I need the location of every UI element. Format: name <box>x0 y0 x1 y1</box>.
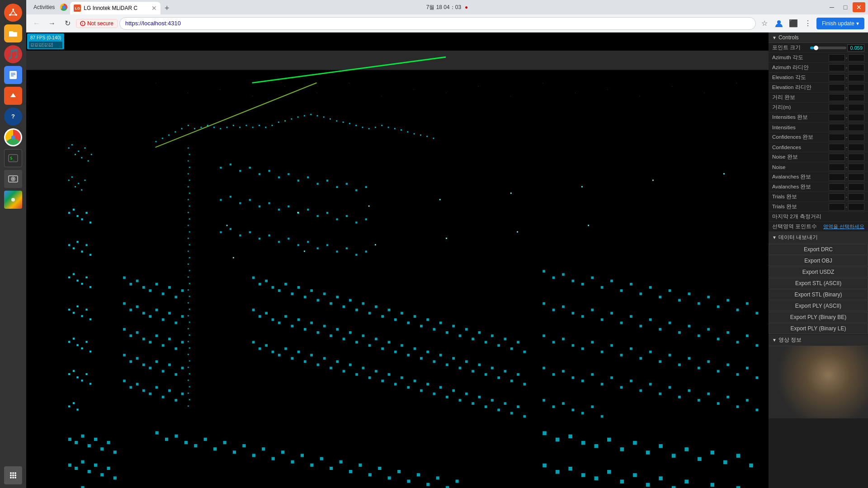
svg-rect-291 <box>362 302 364 305</box>
finish-update-button[interactable]: Finish update ▾ <box>816 18 864 29</box>
point-size-slider[interactable] <box>810 47 846 49</box>
range-min-14[interactable] <box>829 183 845 191</box>
range-min-1[interactable] <box>829 54 845 61</box>
range-max-6[interactable] <box>848 104 864 111</box>
export-btn-export-stl--binary-[interactable]: Export STL (Binary) <box>769 289 868 300</box>
point-size-value[interactable] <box>847 44 864 52</box>
range-min-13[interactable] <box>829 174 845 181</box>
select-area-link[interactable]: 영역을 선택하세요 <box>823 223 864 230</box>
range-max-4[interactable] <box>848 84 864 91</box>
tab-close-button[interactable]: ✕ <box>151 5 157 12</box>
activities-button[interactable]: Activities <box>30 0 58 14</box>
svg-rect-355 <box>497 376 500 379</box>
video-section-header[interactable]: ▼ 영상 정보 <box>769 334 868 346</box>
range-min-12[interactable] <box>829 164 845 171</box>
svg-rect-441 <box>688 325 691 328</box>
terminal-icon[interactable]: $_ <box>4 149 22 167</box>
export-btn-export-ply--binary-le-[interactable]: Export PLY (Binary LE) <box>769 323 868 334</box>
range-min-15[interactable] <box>829 193 845 201</box>
bookmark-star-button[interactable]: ☆ <box>758 17 771 30</box>
svg-rect-68 <box>85 277 87 278</box>
svg-rect-284 <box>317 299 320 302</box>
range-max-15[interactable] <box>848 193 864 201</box>
range-min-8[interactable] <box>829 124 845 131</box>
lidar-viewport[interactable]: 87 FPS (0-140) 값값값[값값] <box>26 33 769 488</box>
new-tab-button[interactable]: + <box>160 2 173 14</box>
range-max-7[interactable] <box>848 114 864 121</box>
range-min-2[interactable] <box>829 64 845 71</box>
export-section-header[interactable]: ▼ 데이터 내보내기 <box>769 232 868 244</box>
point-size-control[interactable] <box>810 44 864 52</box>
files-icon[interactable] <box>4 24 22 42</box>
range-min-7[interactable] <box>829 114 845 121</box>
music-icon[interactable]: 🎵 <box>4 45 22 63</box>
show-apps-icon[interactable] <box>4 466 22 484</box>
address-bar[interactable]: https://localhost:4310 <box>119 17 756 30</box>
close-button[interactable]: ✕ <box>853 2 865 12</box>
range-max-14[interactable] <box>848 183 864 191</box>
maximize-button[interactable]: □ <box>839 2 852 12</box>
svg-rect-44 <box>88 160 89 162</box>
export-btn-export-obj[interactable]: Export OBJ <box>769 255 868 266</box>
export-btn-export-stl--ascii-[interactable]: Export STL (ASCII) <box>769 278 868 289</box>
chrome-taskbar-icon[interactable] <box>4 128 22 146</box>
svg-rect-365 <box>284 347 287 350</box>
control-label-13: Avalanches 완보 <box>772 174 829 180</box>
range-min-9[interactable] <box>829 134 845 141</box>
svg-rect-298 <box>407 322 410 324</box>
help-icon[interactable]: ? <box>4 108 22 126</box>
screenshot-icon[interactable] <box>4 170 22 188</box>
export-btn-export-ply--binary-be-[interactable]: Export PLY (Binary BE) <box>769 312 868 323</box>
export-btn-export-ply--ascii-[interactable]: Export PLY (ASCII) <box>769 300 868 311</box>
profile-button[interactable] <box>772 17 786 30</box>
svg-rect-181 <box>268 170 270 172</box>
minimize-button[interactable]: ─ <box>826 2 838 12</box>
active-tab[interactable]: LG LG Innotek MLiDAR C ✕ <box>70 2 160 14</box>
menu-button[interactable]: ⋮ <box>801 17 815 30</box>
forward-button[interactable]: → <box>45 17 59 30</box>
snap-store-icon[interactable] <box>4 87 22 105</box>
svg-rect-590 <box>81 460 84 464</box>
range-max-16[interactable] <box>848 203 864 211</box>
range-max-9[interactable] <box>848 134 864 141</box>
svg-rect-251 <box>168 338 171 340</box>
range-min-3[interactable] <box>829 74 845 81</box>
svg-rect-612 <box>226 225 228 226</box>
range-max-3[interactable] <box>848 74 864 81</box>
controls-section-header[interactable]: ▼ Controls <box>769 33 868 43</box>
control-row-3: Elevation 각도- <box>769 73 868 83</box>
svg-rect-267 <box>142 389 145 392</box>
back-button[interactable]: ← <box>30 17 43 30</box>
svg-rect-354 <box>491 367 494 370</box>
range-max-5[interactable] <box>848 94 864 101</box>
svg-rect-55 <box>81 218 83 220</box>
range-max-11[interactable] <box>848 154 864 161</box>
svg-rect-210 <box>239 235 241 236</box>
export-btn-export-usdz[interactable]: Export USDZ <box>769 267 868 277</box>
ubuntu-logo-icon[interactable] <box>4 4 22 22</box>
svg-rect-296 <box>394 319 397 321</box>
range-max-10[interactable] <box>848 144 864 151</box>
extensions-button[interactable]: ⬛ <box>787 17 800 30</box>
range-min-6[interactable] <box>829 104 845 111</box>
svg-rect-107 <box>259 125 260 126</box>
svg-rect-523 <box>359 464 362 467</box>
range-max-12[interactable] <box>848 164 864 171</box>
svg-rect-372 <box>330 367 332 370</box>
range-max-1[interactable] <box>848 54 864 61</box>
range-max-13[interactable] <box>848 174 864 181</box>
range-min-11[interactable] <box>829 154 845 161</box>
security-badge[interactable]: ! Not secure <box>76 19 118 28</box>
reload-button[interactable]: ↻ <box>61 17 74 30</box>
svg-rect-94 <box>175 131 176 132</box>
svg-rect-491 <box>726 396 729 399</box>
writer-icon[interactable] <box>4 66 22 84</box>
range-min-5[interactable] <box>829 94 845 101</box>
range-min-4[interactable] <box>829 84 845 91</box>
range-min-16[interactable] <box>829 203 845 211</box>
range-min-10[interactable] <box>829 144 845 151</box>
range-max-8[interactable] <box>848 124 864 131</box>
photos-icon[interactable] <box>4 191 22 209</box>
export-btn-export-drc[interactable]: Export DRC <box>769 244 868 255</box>
range-max-2[interactable] <box>848 64 864 71</box>
